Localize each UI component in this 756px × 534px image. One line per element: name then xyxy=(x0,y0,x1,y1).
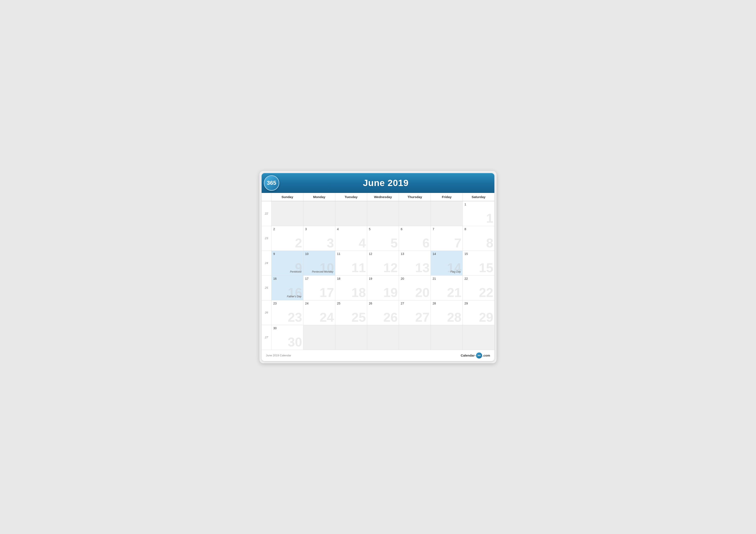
calendar-title: June 2019 xyxy=(284,178,488,188)
cal-cell-empty-5-2[interactable] xyxy=(335,325,367,350)
footer-right: Calendar- 365 .com xyxy=(461,352,490,359)
cal-cell-26[interactable]: 2626 xyxy=(367,300,399,325)
day-number: 27 xyxy=(401,302,429,305)
cal-cell-21[interactable]: 2121 xyxy=(431,275,463,300)
cal-cell-12[interactable]: 1212 xyxy=(367,251,399,275)
cal-cell-20[interactable]: 2020 xyxy=(399,275,431,300)
watermark: 27 xyxy=(415,311,430,324)
cal-cell-19[interactable]: 1919 xyxy=(367,275,399,300)
cal-cell-17[interactable]: 1717 xyxy=(303,275,335,300)
days-header: Sunday Monday Tuesday Wednesday Thursday… xyxy=(262,193,494,201)
cal-cell-empty-0-4[interactable] xyxy=(399,201,431,226)
week-number-22: 22 xyxy=(262,201,271,226)
cal-cell-23[interactable]: 2323 xyxy=(271,300,303,325)
day-number: 9 xyxy=(273,252,302,256)
day-number: 16 xyxy=(273,277,302,280)
cal-cell-empty-0-0[interactable] xyxy=(271,201,303,226)
day-number: 24 xyxy=(305,302,334,305)
watermark: 3 xyxy=(327,237,334,249)
cal-cell-empty-5-6[interactable] xyxy=(463,325,494,350)
cal-cell-9[interactable]: 99Pentecost xyxy=(271,251,303,275)
watermark: 30 xyxy=(288,336,302,349)
cal-cell-28[interactable]: 2828 xyxy=(431,300,463,325)
cal-cell-22[interactable]: 2222 xyxy=(463,275,494,300)
cal-cell-empty-0-2[interactable] xyxy=(335,201,367,226)
cal-cell-empty-5-3[interactable] xyxy=(367,325,399,350)
cal-cell-2[interactable]: 22 xyxy=(271,226,303,251)
cal-cell-8[interactable]: 88 xyxy=(463,226,494,251)
cal-cell-11[interactable]: 1111 xyxy=(335,251,367,275)
cal-cell-29[interactable]: 2929 xyxy=(463,300,494,325)
cal-cell-empty-5-4[interactable] xyxy=(399,325,431,350)
watermark: 2 xyxy=(295,237,302,249)
cal-cell-empty-5-1[interactable] xyxy=(303,325,335,350)
cal-cell-27[interactable]: 2727 xyxy=(399,300,431,325)
watermark: 26 xyxy=(383,311,398,324)
watermark: 20 xyxy=(415,286,430,299)
watermark: 19 xyxy=(383,286,398,299)
calendar-header: 365 June 2019 xyxy=(262,173,494,193)
cal-cell-24[interactable]: 2424 xyxy=(303,300,335,325)
day-number: 18 xyxy=(337,277,365,280)
day-number: 1 xyxy=(464,203,493,206)
day-number: 13 xyxy=(401,252,429,256)
day-header-sun: Sunday xyxy=(271,193,303,201)
day-number: 10 xyxy=(305,252,334,256)
day-number: 26 xyxy=(369,302,397,305)
cal-cell-13[interactable]: 1313 xyxy=(399,251,431,275)
logo-text: 365 xyxy=(267,180,276,186)
day-number: 29 xyxy=(464,302,493,305)
day-number: 8 xyxy=(464,227,493,231)
event-label: Father's Day xyxy=(287,295,302,298)
watermark: 1 xyxy=(486,212,493,225)
cal-cell-1[interactable]: 11 xyxy=(463,201,494,226)
watermark: 23 xyxy=(288,311,302,324)
cal-cell-30[interactable]: 3030 xyxy=(271,325,303,350)
watermark: 24 xyxy=(320,311,334,324)
cal-cell-16[interactable]: 1616Father's Day xyxy=(271,275,303,300)
day-number: 14 xyxy=(433,252,461,256)
day-number: 23 xyxy=(273,302,302,305)
cal-cell-empty-0-1[interactable] xyxy=(303,201,335,226)
footer-left-text: June 2019 Calendar xyxy=(266,354,291,357)
day-number: 22 xyxy=(464,277,493,280)
watermark: 8 xyxy=(486,237,493,249)
cal-cell-empty-0-3[interactable] xyxy=(367,201,399,226)
watermark: 21 xyxy=(447,286,461,299)
footer-calendar-text: Calendar- xyxy=(461,354,475,357)
cal-cell-18[interactable]: 1818 xyxy=(335,275,367,300)
watermark: 15 xyxy=(479,261,493,274)
watermark: 13 xyxy=(415,261,430,274)
cal-cell-4[interactable]: 44 xyxy=(335,226,367,251)
day-number: 2 xyxy=(273,227,302,231)
watermark: 4 xyxy=(359,237,366,249)
calendar-footer: June 2019 Calendar Calendar- 365 .com xyxy=(262,350,494,361)
watermark: 17 xyxy=(320,286,334,299)
day-number: 20 xyxy=(401,277,429,280)
day-number: 12 xyxy=(369,252,397,256)
cal-cell-5[interactable]: 55 xyxy=(367,226,399,251)
watermark: 18 xyxy=(351,286,366,299)
day-header-sat: Saturday xyxy=(463,193,494,201)
watermark: 6 xyxy=(422,237,429,249)
cal-cell-25[interactable]: 2525 xyxy=(335,300,367,325)
day-number: 4 xyxy=(337,227,365,231)
day-number: 6 xyxy=(401,227,429,231)
event-label: Pentecost xyxy=(290,270,301,273)
cal-cell-14[interactable]: 1414Flag Day xyxy=(431,251,463,275)
cal-cell-7[interactable]: 77 xyxy=(431,226,463,251)
cal-cell-15[interactable]: 1515 xyxy=(463,251,494,275)
cal-cell-3[interactable]: 33 xyxy=(303,226,335,251)
cal-cell-6[interactable]: 66 xyxy=(399,226,431,251)
watermark: 28 xyxy=(447,311,461,324)
day-number: 5 xyxy=(369,227,397,231)
cal-cell-empty-5-5[interactable] xyxy=(431,325,463,350)
day-number: 15 xyxy=(464,252,493,256)
week-number-27: 27 xyxy=(262,325,271,350)
cal-cell-10[interactable]: 1010Pentecost Monday xyxy=(303,251,335,275)
day-header-fri: Friday xyxy=(431,193,463,201)
week-number-26: 26 xyxy=(262,300,271,325)
day-header-tue: Tuesday xyxy=(335,193,367,201)
calendar-grid: 221123223344556677882499Pentecost1010Pen… xyxy=(262,201,494,350)
cal-cell-empty-0-5[interactable] xyxy=(431,201,463,226)
